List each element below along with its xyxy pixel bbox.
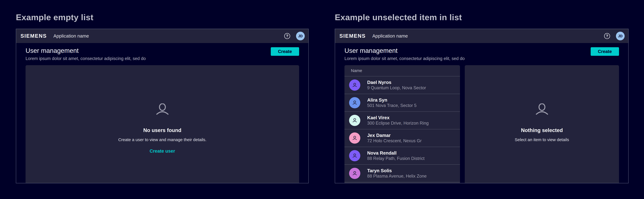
example-unselected-item: Example unselected item in list SIEMENS … <box>335 12 628 183</box>
page-header: User management Lorem ipsum dolor sit am… <box>344 47 619 61</box>
siemens-logo: SIEMENS <box>340 33 366 39</box>
page-subtitle: Lorem ipsum dolor sit amet, consectetur … <box>26 56 146 61</box>
card-content: User management Lorem ipsum dolor sit am… <box>16 43 308 183</box>
user-address: 9 Quantum Loop, Nova Sector <box>367 85 426 90</box>
app-card-list: SIEMENS Application name ? JD User manag… <box>335 29 628 183</box>
create-button[interactable]: Create <box>271 47 299 56</box>
list-column-header: Name <box>344 65 460 76</box>
user-avatar <box>349 115 360 126</box>
user-avatar <box>349 97 360 108</box>
user-name: Alira Syn <box>367 97 416 103</box>
list-item-user[interactable]: Taryn Solis 88 Plasma Avenue, Helix Zone <box>344 165 460 182</box>
header-actions: ? JD <box>604 32 625 40</box>
person-icon <box>352 82 358 88</box>
main-area: No users found Create a user to view and… <box>26 65 299 183</box>
application-name: Application name <box>54 33 89 39</box>
header-actions: ? JD <box>284 32 305 40</box>
user-name: Kael Virex <box>367 115 429 120</box>
page-subtitle: Lorem ipsum dolor sit amet, consectetur … <box>344 56 464 61</box>
user-address: 501 Nova Trace, Sector 5 <box>367 103 416 108</box>
create-button[interactable]: Create <box>591 47 619 56</box>
list-item-user[interactable]: Alira Syn 501 Nova Trace, Sector 5 <box>344 94 460 112</box>
empty-state-heading: No users found <box>143 127 181 133</box>
canvas: Example empty list SIEMENS Application n… <box>0 0 644 199</box>
user-list-panel: Name Dael Nyros 9 Quantum Loop, Nova Sec… <box>344 65 460 183</box>
list-item-user[interactable]: Dael Nyros 9 Quantum Loop, Nova Sector <box>344 76 460 94</box>
page-title: User management <box>344 47 464 54</box>
person-icon <box>352 135 358 141</box>
user-icon <box>536 103 548 115</box>
user-avatar <box>349 79 360 91</box>
empty-state-body: Create a user to view and manage their d… <box>118 137 206 142</box>
example-title: Example unselected item in list <box>335 12 628 22</box>
app-header: SIEMENS Application name ? JD <box>335 29 628 43</box>
user-name: Nova Rendall <box>367 150 424 156</box>
card-content: User management Lorem ipsum dolor sit am… <box>335 43 628 183</box>
list-item-user[interactable]: Nova Rendall 88 Relay Path, Fusion Distr… <box>344 147 460 165</box>
empty-list-panel: No users found Create a user to view and… <box>26 65 299 183</box>
page-header: User management Lorem ipsum dolor sit am… <box>26 47 299 61</box>
avatar[interactable]: JD <box>296 32 305 40</box>
help-icon[interactable]: ? <box>284 33 290 39</box>
person-icon <box>352 99 358 106</box>
list-item-user[interactable]: Jex Damar 72 Holo Crescent, Nexus Gr <box>344 129 460 147</box>
user-address: 88 Plasma Avenue, Helix Zone <box>367 174 426 179</box>
user-avatar <box>349 168 360 179</box>
nothing-selected-body: Select an item to view details <box>515 137 569 142</box>
app-card-empty: SIEMENS Application name ? JD User manag… <box>16 29 309 183</box>
user-name: Taryn Solis <box>367 168 426 173</box>
person-icon <box>352 117 358 124</box>
person-icon <box>352 170 358 177</box>
avatar[interactable]: JD <box>616 32 625 40</box>
create-user-link[interactable]: Create user <box>150 148 175 154</box>
user-address: 88 Relay Path, Fusion District <box>367 156 424 161</box>
help-icon[interactable]: ? <box>604 33 610 39</box>
application-name: Application name <box>372 33 408 39</box>
user-avatar <box>349 132 360 144</box>
app-header: SIEMENS Application name ? JD <box>16 29 308 43</box>
list-item-user[interactable]: Kael Virex 300 Eclipse Drive, Horizon Ri… <box>344 112 460 129</box>
nothing-selected-heading: Nothing selected <box>521 127 563 133</box>
siemens-logo: SIEMENS <box>20 33 47 39</box>
main-area: Name Dael Nyros 9 Quantum Loop, Nova Sec… <box>344 65 619 183</box>
example-empty-list: Example empty list SIEMENS Application n… <box>16 12 309 183</box>
user-icon <box>156 103 169 115</box>
user-address: 72 Holo Crescent, Nexus Gr <box>367 138 422 143</box>
user-avatar <box>349 150 360 161</box>
detail-panel: Nothing selected Select an item to view … <box>465 65 619 183</box>
page-title: User management <box>26 47 146 54</box>
user-name: Dael Nyros <box>367 80 426 85</box>
user-name: Jex Damar <box>367 133 422 138</box>
person-icon <box>352 153 358 159</box>
example-title: Example empty list <box>16 12 309 22</box>
user-address: 300 Eclipse Drive, Horizon Ring <box>367 121 429 126</box>
